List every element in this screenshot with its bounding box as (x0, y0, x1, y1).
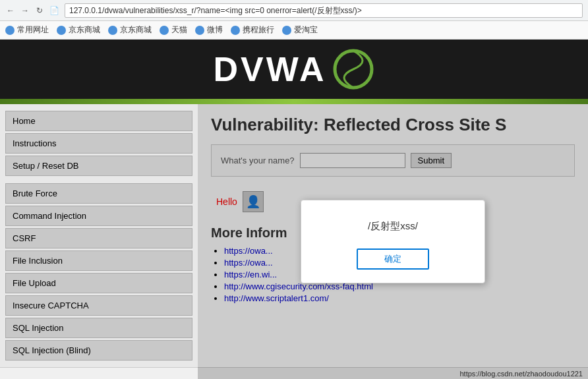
content-area: Vulnerability: Reflected Cross Site S Wh… (198, 104, 588, 379)
browser-bar: ← → ↻ 📄 127.0.0.1/dvwa/vulnerabilities/x… (0, 0, 588, 21)
bookmark-jd2[interactable]: 京东商城 (108, 24, 152, 36)
bookmark-ctrip[interactable]: 携程旅行 (231, 24, 274, 36)
alert-dialog: /反射型xss/ 确定 (301, 200, 485, 283)
bookmark-label: 天猫 (171, 24, 187, 36)
sidebar-item-sql-injection[interactable]: SQL Injection (5, 318, 192, 338)
sidebar: Home Instructions Setup / Reset DB Brute… (0, 104, 198, 379)
bookmark-taobao[interactable]: 爱淘宝 (282, 24, 318, 36)
bookmark-tmall[interactable]: 天猫 (160, 24, 187, 36)
sidebar-item-setup[interactable]: Setup / Reset DB (5, 156, 192, 176)
logo-swoosh-icon (332, 48, 375, 91)
sidebar-item-instructions[interactable]: Instructions (5, 133, 192, 154)
globe-icon (108, 26, 117, 35)
sidebar-item-file-upload[interactable]: File Upload (5, 273, 192, 293)
sidebar-gap (5, 178, 192, 183)
globe-icon (282, 26, 291, 35)
reload-icon[interactable]: ↻ (34, 5, 45, 16)
globe-icon (231, 26, 240, 35)
sidebar-item-home[interactable]: Home (5, 111, 192, 131)
sidebar-item-csrf[interactable]: CSRF (5, 228, 192, 248)
globe-icon (160, 26, 169, 35)
alert-ok-button[interactable]: 确定 (357, 248, 429, 270)
dvwa-header: DVWA (0, 40, 588, 99)
bookmark-jd1[interactable]: 京东商城 (57, 24, 100, 36)
sidebar-item-brute-force[interactable]: Brute Force (5, 183, 192, 204)
main-layout: Home Instructions Setup / Reset DB Brute… (0, 104, 588, 379)
address-bar[interactable]: 127.0.0.1/dvwa/vulnerabilities/xss_r/?na… (65, 3, 583, 18)
globe-icon (57, 26, 66, 35)
alert-overlay: /反射型xss/ 确定 (198, 104, 588, 379)
bookmark-label: 京东商城 (120, 24, 152, 36)
bookmark-weibo[interactable]: 微博 (195, 24, 223, 36)
bookmark-label: 京东商城 (69, 24, 100, 36)
dvwa-green-bar (0, 99, 588, 104)
bookmarks-bar: 常用网址 京东商城 京东商城 天猫 微博 携程旅行 爱淘宝 (0, 21, 588, 40)
bookmark-label: 爱淘宝 (294, 24, 318, 36)
globe-icon (5, 26, 15, 35)
page-icon: 📄 (49, 5, 59, 16)
bookmark-label: 携程旅行 (243, 24, 274, 36)
forward-icon[interactable]: → (20, 5, 30, 16)
sidebar-item-command-injection[interactable]: Command Injection (5, 206, 192, 226)
bookmark-label: 常用网址 (17, 24, 49, 36)
browser-nav-icons: ← → ↻ 📄 (5, 5, 59, 16)
bookmark-changyon[interactable]: 常用网址 (5, 24, 49, 36)
sidebar-item-sql-injection-blind[interactable]: SQL Injection (Blind) (5, 340, 192, 361)
logo-text: DVWA (214, 49, 327, 89)
alert-message: /反射型xss/ (368, 220, 418, 233)
bookmark-label: 微博 (207, 24, 223, 36)
globe-icon (195, 26, 204, 35)
sidebar-item-file-inclusion[interactable]: File Inclusion (5, 250, 192, 271)
sidebar-item-insecure-captcha[interactable]: Insecure CAPTCHA (5, 295, 192, 316)
back-icon[interactable]: ← (5, 5, 16, 16)
dvwa-logo: DVWA (214, 48, 375, 91)
